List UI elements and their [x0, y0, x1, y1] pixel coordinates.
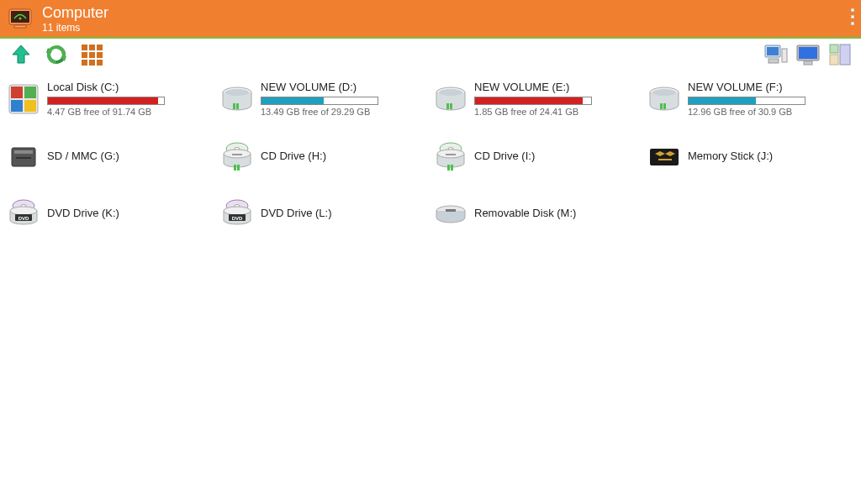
usage-bar: [474, 97, 592, 105]
drive-name-label: Local Disk (C:): [47, 81, 214, 93]
svg-rect-46: [232, 154, 242, 155]
svg-rect-38: [660, 103, 663, 109]
drive-name-label: NEW VOLUME (E:): [474, 81, 641, 93]
svg-rect-20: [830, 45, 838, 53]
computer-icon[interactable]: [763, 42, 789, 67]
drive-name-label: DVD Drive (K:): [47, 207, 214, 219]
usage-bar: [688, 97, 806, 105]
svg-rect-22: [830, 55, 838, 65]
svg-rect-18: [799, 47, 817, 59]
page-title: Computer: [42, 4, 108, 22]
drive-item[interactable]: NEW VOLUME (F:) 12.96 GB free of 30.9 GB: [646, 79, 856, 118]
svg-point-33: [439, 89, 462, 96]
dvd-icon: DVD: [220, 197, 254, 231]
svg-point-37: [652, 89, 676, 96]
svg-rect-1: [11, 11, 29, 23]
svg-rect-52: [446, 154, 456, 155]
overflow-menu-button[interactable]: [851, 8, 854, 25]
svg-rect-53: [447, 165, 450, 171]
svg-rect-27: [24, 100, 36, 112]
free-space-label: 1.85 GB free of 24.41 GB: [474, 107, 641, 117]
item-count: 11 items: [42, 22, 108, 34]
svg-rect-41: [14, 150, 33, 154]
svg-text:DVD: DVD: [18, 216, 29, 221]
drive-item[interactable]: NEW VOLUME (D:) 13.49 GB free of 29.29 G…: [219, 79, 429, 118]
drive-name-label: NEW VOLUME (F:): [688, 81, 854, 93]
toolbar: [0, 39, 861, 71]
drive-item[interactable]: Memory Stick (J:): [646, 139, 856, 176]
hdd-icon: [220, 82, 254, 116]
hdd-icon: [647, 82, 681, 116]
drive-item[interactable]: Removable Disk (M:): [432, 196, 642, 233]
drive-item[interactable]: NEW VOLUME (E:) 1.85 GB free of 24.41 GB: [432, 79, 642, 118]
svg-rect-14: [767, 47, 779, 55]
svg-rect-68: [446, 209, 456, 212]
drive-name-label: CD Drive (H:): [261, 150, 427, 162]
svg-rect-31: [236, 103, 239, 109]
app-icon: [7, 5, 34, 32]
svg-rect-9: [97, 52, 103, 58]
drive-item[interactable]: SD / MMC (G:): [5, 139, 215, 176]
drive-name-label: CD Drive (I:): [474, 150, 641, 162]
drive-name-label: Memory Stick (J:): [688, 150, 854, 162]
sd-icon: [7, 140, 40, 174]
dvd-icon: DVD: [7, 197, 40, 231]
svg-rect-4: [82, 45, 87, 50]
svg-rect-25: [24, 87, 36, 98]
drive-item[interactable]: Local Disk (C:) 4.47 GB free of 91.74 GB: [5, 79, 215, 118]
svg-rect-5: [89, 45, 95, 50]
svg-rect-10: [82, 60, 87, 66]
svg-rect-35: [450, 103, 452, 109]
svg-rect-24: [11, 87, 23, 98]
drive-name-label: NEW VOLUME (D:): [261, 81, 427, 93]
free-space-label: 13.49 GB free of 29.29 GB: [261, 107, 427, 117]
svg-rect-11: [89, 60, 95, 66]
monitor-icon[interactable]: [795, 42, 821, 67]
drive-item[interactable]: DVD DVD Drive (L:): [219, 196, 429, 233]
svg-rect-6: [97, 45, 103, 50]
svg-point-29: [225, 89, 249, 96]
app-header: Computer 11 items: [0, 0, 861, 37]
manager-icon[interactable]: [827, 42, 853, 67]
drive-item[interactable]: DVD DVD Drive (K:): [5, 196, 215, 233]
svg-rect-30: [233, 103, 235, 109]
svg-rect-48: [237, 165, 240, 171]
grid-view-button[interactable]: [79, 42, 104, 67]
cd-icon: [434, 140, 467, 174]
drive-name-label: DVD Drive (L:): [261, 207, 427, 219]
svg-rect-3: [14, 25, 26, 28]
drive-item[interactable]: CD Drive (H:): [219, 139, 429, 176]
svg-text:DVD: DVD: [232, 216, 243, 221]
hdd-icon: [434, 82, 467, 116]
refresh-button[interactable]: [44, 42, 69, 67]
svg-rect-19: [804, 61, 812, 65]
svg-rect-54: [451, 165, 453, 171]
svg-rect-56: [658, 159, 672, 160]
drive-item[interactable]: CD Drive (I:): [432, 139, 642, 176]
svg-rect-7: [82, 52, 87, 58]
svg-rect-55: [650, 149, 679, 165]
svg-rect-47: [234, 165, 236, 171]
svg-point-64: [224, 207, 251, 215]
memstick-icon: [647, 140, 681, 174]
svg-rect-39: [663, 103, 666, 109]
svg-point-2: [19, 18, 22, 20]
svg-rect-26: [11, 100, 23, 112]
svg-rect-8: [89, 52, 95, 58]
usage-bar: [261, 97, 378, 105]
svg-rect-16: [769, 59, 779, 63]
svg-rect-34: [446, 103, 449, 109]
free-space-label: 4.47 GB free of 91.74 GB: [47, 107, 214, 117]
free-space-label: 12.96 GB free of 30.9 GB: [688, 107, 854, 117]
removable-icon: [434, 197, 467, 231]
usage-bar: [47, 97, 165, 105]
drive-name-label: SD / MMC (G:): [47, 150, 214, 162]
up-button[interactable]: [8, 42, 34, 67]
svg-rect-12: [97, 60, 103, 66]
hdd-windows-icon: [7, 82, 40, 116]
svg-point-59: [10, 207, 37, 215]
drives-grid: Local Disk (C:) 4.47 GB free of 91.74 GB…: [0, 71, 861, 241]
svg-rect-21: [840, 45, 850, 65]
svg-rect-15: [782, 49, 787, 62]
drive-name-label: Removable Disk (M:): [474, 207, 641, 219]
